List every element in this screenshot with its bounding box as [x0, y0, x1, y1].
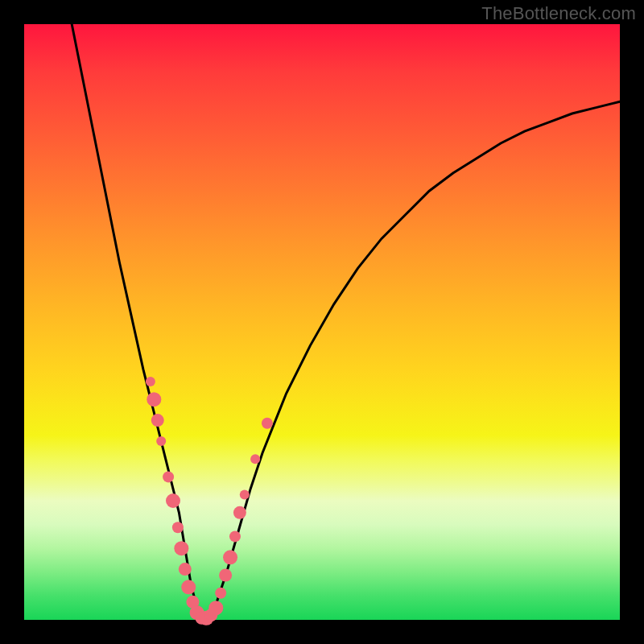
scatter-point: [215, 588, 226, 599]
scatter-point: [147, 392, 161, 407]
scatter-point: [179, 563, 192, 576]
scatter-point: [219, 569, 232, 582]
scatter-point: [208, 601, 223, 615]
scatter-point: [166, 493, 180, 508]
chart-frame: TheBottleneck.com: [0, 0, 644, 644]
scatter-point: [250, 454, 260, 464]
watermark-text: TheBottleneck.com: [481, 3, 636, 24]
scatter-point: [172, 522, 184, 533]
scatter-point: [146, 377, 155, 386]
plot-area: [24, 24, 620, 620]
scatter-point: [151, 414, 164, 427]
scatter-point: [240, 490, 250, 500]
scatter-point: [233, 506, 246, 519]
chart-svg: [24, 24, 620, 620]
scatter-point: [262, 418, 273, 429]
scatter-points: [146, 377, 273, 625]
scatter-point: [223, 550, 237, 564]
scatter-point: [181, 580, 196, 594]
scatter-point: [163, 471, 174, 482]
scatter-point: [156, 436, 166, 446]
scatter-point: [174, 541, 188, 555]
bottleneck-curve: [72, 24, 620, 620]
scatter-point: [229, 530, 241, 542]
